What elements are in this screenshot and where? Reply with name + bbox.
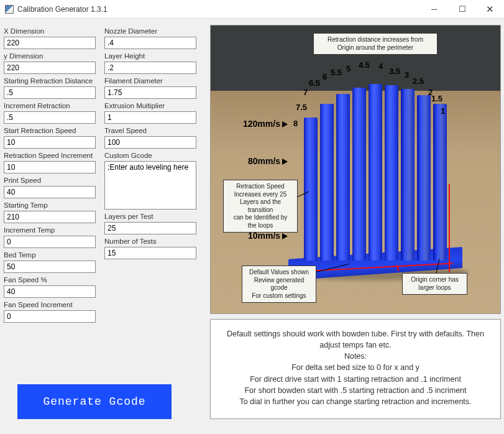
print-speed-input[interactable] (4, 186, 96, 198)
speed-80-label: 80mm/s (248, 156, 288, 166)
arrow-right-icon (282, 159, 288, 165)
travel-speed-input[interactable] (104, 136, 196, 149)
fan-speed-increment-input[interactable] (4, 310, 96, 323)
label-5-5: 5.5 (331, 68, 342, 77)
xdim-label: X Dimension (4, 27, 96, 35)
starting-temp-input[interactable] (4, 211, 96, 223)
label-3-5: 3.5 (389, 67, 400, 76)
notes-line-4: For direct drive start with 1 starting r… (217, 374, 494, 385)
xdim-input[interactable] (4, 37, 96, 49)
label-6: 6 (323, 72, 327, 81)
label-1: 1 (441, 106, 445, 116)
retraction-speed-increment-input[interactable] (4, 161, 96, 173)
increment-retraction-label: Increment Retraction (4, 102, 96, 109)
maximize-button[interactable]: ☐ (448, 0, 476, 19)
starting-temp-label: Starting Temp (4, 201, 96, 209)
label-6-5: 6.5 (309, 78, 320, 88)
custom-gcode-input[interactable] (104, 161, 196, 210)
filament-diameter-label: Filament Diameter (104, 77, 196, 85)
default-values-info-box: Default Values shownReview generated gco… (242, 265, 316, 303)
label-1-5: 1.5 (431, 94, 442, 103)
calibration-preview-image: Retraction distance increases fromOrigin… (210, 25, 501, 314)
form-column-2: Nozzle Diameter Layer Height Filament Di… (104, 25, 196, 419)
calibration-tower (304, 78, 447, 274)
origin-corner-info-box: Origin corner haslarger loops (402, 273, 467, 295)
increment-retraction-input[interactable] (4, 111, 96, 124)
fan-speed-pct-input[interactable] (4, 285, 96, 298)
perimeter-info-box: Retraction distance increases fromOrigin… (313, 33, 438, 55)
ydim-input[interactable] (4, 62, 96, 74)
filament-diameter-input[interactable] (104, 86, 196, 99)
form-column-1: X Dimension y Dimension Starting Retract… (4, 25, 96, 419)
notes-panel: Default settings should work with bowden… (210, 319, 501, 419)
content: X Dimension y Dimension Starting Retract… (0, 19, 504, 425)
notes-line-2: Notes: (217, 351, 494, 362)
retraction-speed-increment-label: Retraction Speed Increment (4, 152, 96, 159)
increment-temp-label: Increment Temp (4, 226, 96, 234)
form-panel: X Dimension y Dimension Starting Retract… (4, 25, 196, 419)
start-retraction-speed-input[interactable] (4, 136, 96, 149)
titlebar: Calibration Generator 1.3.1 ─ ☐ ✕ (0, 0, 504, 19)
app-icon (5, 5, 14, 14)
ydim-label: y Dimension (4, 52, 96, 60)
fan-speed-pct-label: Fan Speed % (4, 276, 96, 284)
number-of-tests-label: Number of Tests (104, 238, 196, 245)
label-4: 4 (378, 62, 383, 71)
label-5: 5 (346, 64, 351, 73)
label-7: 7 (303, 88, 308, 97)
layer-height-input[interactable] (104, 62, 196, 74)
label-8: 8 (293, 119, 298, 128)
speed-120-label: 120mm/s (243, 119, 288, 129)
window-controls: ─ ☐ ✕ (420, 0, 504, 19)
close-button[interactable]: ✕ (476, 0, 504, 19)
start-retraction-label: Starting Retraction Distance (4, 77, 96, 85)
extrusion-multiplier-input[interactable] (104, 111, 196, 124)
nozzle-diameter-input[interactable] (104, 37, 196, 49)
notes-line-6: To dial in further you can change starti… (217, 396, 494, 407)
bed-temp-input[interactable] (4, 261, 96, 273)
label-7-5: 7.5 (296, 103, 307, 112)
start-retraction-input[interactable] (4, 86, 96, 99)
notes-line-1: Default settings should work with bowden… (217, 328, 494, 351)
retraction-speed-info-box: Retraction SpeedIncreases every 25Layers… (223, 180, 298, 233)
layers-per-test-input[interactable] (104, 222, 196, 234)
layers-per-test-label: Layers per Test (104, 213, 196, 220)
notes-line-3: For delta set bed size to 0 for x and y (217, 362, 494, 373)
number-of-tests-input[interactable] (104, 247, 196, 259)
generate-gcode-button[interactable]: Generate Gcode (17, 384, 172, 419)
extrusion-multiplier-label: Extrusion Multiplier (104, 102, 196, 109)
label-3: 3 (405, 70, 409, 80)
label-2-5: 2.5 (413, 76, 424, 86)
fan-speed-increment-label: Fan Speed Increment (4, 301, 96, 308)
layer-height-label: Layer Height (104, 52, 196, 60)
bed-temp-label: Bed Temp (4, 251, 96, 259)
window-title: Calibration Generator 1.3.1 (17, 5, 420, 14)
increment-temp-input[interactable] (4, 236, 96, 248)
travel-speed-label: Travel Speed (104, 127, 196, 134)
arrow-right-icon (282, 233, 288, 239)
start-retraction-speed-label: Start Retraction Speed (4, 127, 96, 134)
minimize-button[interactable]: ─ (420, 0, 448, 19)
right-panel: Retraction distance increases fromOrigin… (201, 25, 501, 419)
custom-gcode-label: Custom Gcode (104, 152, 196, 159)
nozzle-diameter-label: Nozzle Diameter (104, 27, 196, 35)
print-speed-label: Print Speed (4, 177, 96, 184)
notes-line-5: For short bowden start with .5 starting … (217, 385, 494, 396)
arrow-right-icon (282, 121, 288, 127)
label-4-5: 4.5 (359, 60, 370, 70)
